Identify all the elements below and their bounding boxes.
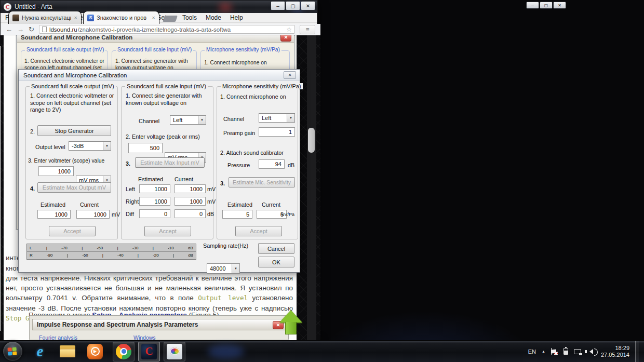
step2-text: 2. Attach sound calibrator xyxy=(220,150,284,157)
ok-button[interactable]: OK xyxy=(258,257,294,267)
browser-close-button[interactable]: ✕ xyxy=(553,2,566,9)
step3-number: 3. xyxy=(220,180,225,187)
estimated-output-field: 1000 xyxy=(37,210,71,219)
step1-text: 1. Connect sine generator with known out… xyxy=(126,92,209,106)
row-unit: mV xyxy=(207,186,216,193)
figure5-dialog-titlebar: Impulse Response and Spectrum Analysis P… xyxy=(32,319,286,330)
preamp-gain-input[interactable]: 1 xyxy=(259,127,295,137)
page-scrollbar[interactable] xyxy=(307,35,316,340)
current-label: Current xyxy=(262,202,280,209)
battery-icon[interactable] xyxy=(564,348,568,355)
minimize-button[interactable]: – xyxy=(271,1,285,10)
browser-minimize-button[interactable]: – xyxy=(526,2,539,9)
tab-favicon: S xyxy=(87,15,94,21)
tray-expand-icon[interactable]: ▲ xyxy=(542,350,545,353)
dialog-title: Soundcard and Microphone Calibration xyxy=(23,72,127,78)
left-current-field: 1000 xyxy=(175,184,206,193)
calibration-dialog: Soundcard and Microphone Calibration ✕ S… xyxy=(18,69,300,273)
taskbar-item-file-explorer[interactable] xyxy=(57,342,78,361)
forward-button[interactable]: → xyxy=(17,26,24,33)
chrome-hub xyxy=(120,348,127,355)
network-icon[interactable] xyxy=(574,349,581,354)
media-player-icon: ▶ xyxy=(87,344,103,359)
accept-output-button[interactable]: Accept xyxy=(49,226,96,236)
browser-maximize-button[interactable]: ▢ xyxy=(540,2,553,9)
estimate-max-output-button[interactable]: Estimate Max Output mV xyxy=(37,182,111,193)
start-button[interactable] xyxy=(2,342,23,361)
close-button[interactable]: ✕ xyxy=(301,1,315,10)
output-level-dropdown[interactable]: -3dB▼ xyxy=(69,141,111,151)
estimate-max-input-button[interactable]: Estimate Max Input mV xyxy=(135,157,205,168)
accept-mic-button[interactable]: Accept xyxy=(235,226,282,236)
input-channel-dropdown[interactable]: Left▼ xyxy=(170,115,206,125)
tab-favicon xyxy=(12,15,19,21)
meter-tick: | xyxy=(173,253,174,258)
step3-text: 3. Enter voltmeter (scope) value xyxy=(28,157,104,165)
up-arrow-icon xyxy=(279,310,302,323)
new-tab-button[interactable] xyxy=(163,16,178,22)
mic-channel-dropdown[interactable]: Left▼ xyxy=(259,113,295,123)
menu-tools[interactable]: Tools xyxy=(182,14,197,21)
estimated-label: Estimated xyxy=(41,202,65,209)
channel-value: Left xyxy=(262,115,271,121)
maximize-button[interactable]: ▢ xyxy=(286,1,300,10)
taskbar-item-arta[interactable]: C xyxy=(138,342,160,361)
left-estimated-field: 1000 xyxy=(139,184,170,193)
output-group: Soundcard full scale output (mV) 1. Conn… xyxy=(25,86,118,239)
menu-help[interactable]: Help xyxy=(230,14,243,21)
volume-icon[interactable] xyxy=(587,349,593,354)
inline-code: Output level xyxy=(198,294,248,302)
figure4-dialog-titlebar: Soundcard and Microphone Calibration ✕ xyxy=(17,35,294,43)
tab-close-icon[interactable]: ✕ xyxy=(152,16,155,20)
arta-app-icon: C xyxy=(4,3,11,11)
taskbar-clock[interactable]: 18:29 27.05.2014 xyxy=(601,345,629,358)
accept-input-button[interactable]: Accept xyxy=(144,226,191,236)
meter-left-row: L|-70|-50|-30|-10dB xyxy=(27,244,196,251)
folder-icon xyxy=(60,345,75,357)
browser-menu-button[interactable]: ≡ xyxy=(300,25,315,34)
meter-unit: dB xyxy=(188,253,193,258)
step3-number: 3. xyxy=(126,160,130,168)
sampling-rate-dropdown[interactable]: 48000▼ xyxy=(207,263,240,274)
estimate-mic-sensitivity-button[interactable]: Estimate Mic. Sensitivity xyxy=(229,177,295,187)
scrollbar-thumb[interactable] xyxy=(308,128,315,153)
action-center-flag-icon[interactable] xyxy=(551,348,558,355)
show-desktop-button[interactable] xyxy=(635,341,639,362)
right-estimated-field: 1000 xyxy=(139,197,170,206)
dialog-titlebar[interactable]: Soundcard and Microphone Calibration ✕ xyxy=(19,70,300,81)
scroll-to-top-button[interactable] xyxy=(279,310,302,337)
diff-current-field: 0 xyxy=(175,209,206,218)
cancel-button[interactable]: Cancel xyxy=(258,243,294,254)
taskbar-item-paint[interactable] xyxy=(164,342,185,361)
generator-toggle-button[interactable]: Stop Generator xyxy=(37,125,111,136)
browser-tab-inactive[interactable]: Нужна консультация по ✕ xyxy=(8,11,82,24)
channel-label: Channel xyxy=(139,118,159,125)
back-button[interactable]: ← xyxy=(6,26,12,33)
channel-value: Left xyxy=(173,117,182,123)
flag-pane xyxy=(7,347,11,352)
address-bar[interactable]: ldsound.ru/znakomstvo-i-proverka-izmerit… xyxy=(39,25,295,34)
taskbar-item-chrome[interactable] xyxy=(113,342,135,361)
taskbar-item-media-player[interactable]: ▶ xyxy=(84,342,106,361)
taskbar-item-internet-explorer[interactable]: e xyxy=(29,342,51,361)
browser-tab-active[interactable]: S Знакомство и проверка ✕ xyxy=(83,11,159,24)
meter-tick: | xyxy=(138,253,139,258)
flag-pane xyxy=(12,351,17,355)
language-indicator[interactable]: EN xyxy=(528,348,536,355)
pressure-input[interactable]: 94 xyxy=(259,159,285,169)
row-unit: dB xyxy=(207,211,214,218)
close-icon: ✕ xyxy=(280,35,291,42)
meter-tick: -50 xyxy=(97,246,103,250)
tab-close-icon[interactable]: ✕ xyxy=(74,16,77,20)
bookmark-star-icon[interactable]: ☆ xyxy=(286,26,292,33)
fourier-analysis-label: Fourier analysis xyxy=(39,334,77,340)
input-voltage-field[interactable]: 500 xyxy=(128,143,163,153)
voltmeter-value-input[interactable]: 1000 xyxy=(38,166,74,176)
step2-number: 2. xyxy=(30,128,35,136)
estimated-label: Estimated xyxy=(227,202,252,209)
dialog-close-button[interactable]: ✕ xyxy=(284,71,296,79)
group-title: Microphone sensitivity (mV/Pa) xyxy=(205,47,281,52)
reload-button[interactable]: ↻ xyxy=(29,26,34,33)
menu-mode[interactable]: Mode xyxy=(206,14,221,21)
flag-pane xyxy=(12,347,16,351)
